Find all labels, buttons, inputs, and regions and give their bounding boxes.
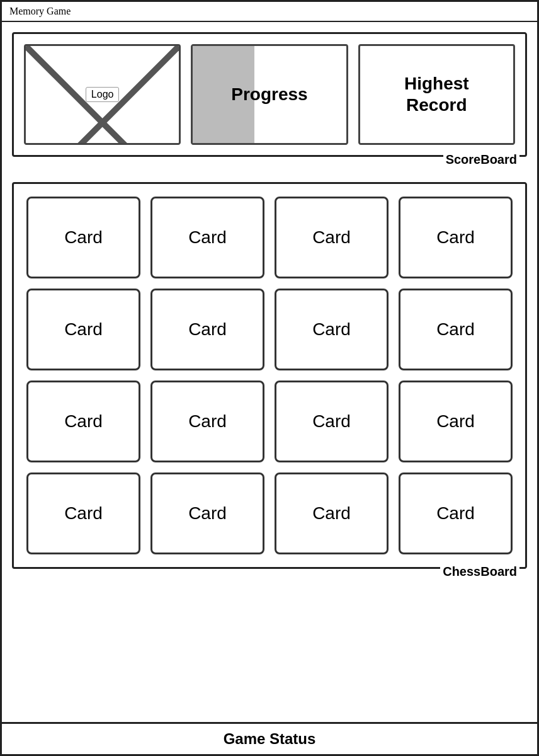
record-text: Highest Record — [404, 73, 469, 115]
card-0[interactable]: Card — [26, 197, 140, 278]
title-bar: Memory Game — [2, 2, 537, 22]
card-8[interactable]: Card — [26, 381, 140, 462]
chessboard-container: CardCardCardCardCardCardCardCardCardCard… — [12, 182, 527, 569]
scoreboard-section: Logo Progress Highest Record — [12, 32, 527, 157]
card-5[interactable]: Card — [150, 289, 264, 370]
scoreboard-container: Logo Progress Highest Record — [12, 32, 527, 157]
card-7[interactable]: Card — [399, 289, 513, 370]
card-11[interactable]: Card — [399, 381, 513, 462]
main-content: Logo Progress Highest Record — [2, 22, 537, 722]
card-10[interactable]: Card — [275, 381, 389, 462]
cards-grid: CardCardCardCardCardCardCardCardCardCard… — [26, 197, 513, 554]
card-12[interactable]: Card — [26, 472, 140, 554]
card-9[interactable]: Card — [150, 381, 264, 462]
record-box: Highest Record — [358, 44, 515, 145]
chessboard-label: ChessBoard — [440, 564, 519, 579]
card-6[interactable]: Card — [275, 289, 389, 370]
scoreboard-label: ScoreBoard — [443, 152, 519, 167]
window-title: Memory Game — [9, 6, 71, 16]
game-status-bar: Game Status — [2, 722, 537, 754]
game-status-label: Game Status — [224, 730, 316, 747]
logo-box: Logo — [24, 44, 181, 145]
card-15[interactable]: Card — [399, 472, 513, 554]
progress-label: Progress — [231, 84, 307, 105]
scoreboard-inner: Logo Progress Highest Record — [24, 44, 515, 145]
progress-box: Progress — [191, 44, 348, 145]
card-2[interactable]: Card — [275, 197, 389, 278]
card-14[interactable]: Card — [275, 472, 389, 554]
logo-label: Logo — [86, 87, 120, 102]
chessboard-section: CardCardCardCardCardCardCardCardCardCard… — [12, 182, 527, 569]
app-window: Memory Game Logo — [0, 0, 539, 756]
card-3[interactable]: Card — [399, 197, 513, 278]
card-4[interactable]: Card — [26, 289, 140, 370]
card-1[interactable]: Card — [150, 197, 264, 278]
card-13[interactable]: Card — [150, 472, 264, 554]
